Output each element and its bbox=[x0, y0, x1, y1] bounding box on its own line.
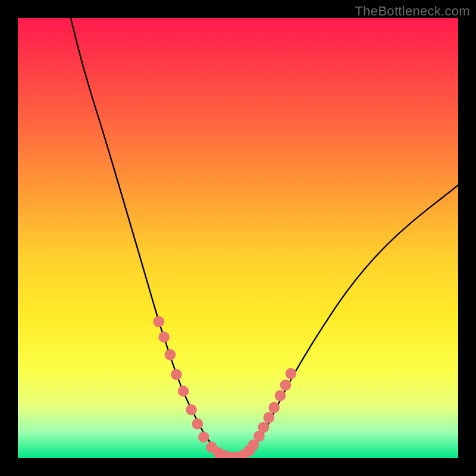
curve-marker-dot bbox=[165, 349, 176, 361]
curve-marker-dot bbox=[286, 368, 297, 380]
chart-plot-area bbox=[18, 18, 458, 458]
curve-marker-dot bbox=[154, 316, 165, 327]
curve-marker-dot bbox=[198, 431, 209, 443]
curve-marker-dot bbox=[280, 380, 292, 391]
watermark-text: TheBottleneck.com bbox=[355, 4, 470, 19]
bottleneck-curve-line bbox=[71, 18, 458, 458]
curve-marker-dot bbox=[264, 412, 275, 424]
curve-markers bbox=[154, 316, 297, 458]
curve-marker-dot bbox=[171, 369, 182, 380]
curve-marker-dot bbox=[158, 331, 170, 343]
curve-marker-dot bbox=[186, 404, 197, 415]
curve-marker-dot bbox=[192, 418, 203, 430]
curve-marker-dot bbox=[178, 386, 189, 397]
curve-marker-dot bbox=[275, 390, 286, 402]
curve-marker-dot bbox=[268, 402, 280, 414]
curve-marker-dot bbox=[258, 422, 270, 433]
curve-marker-dot bbox=[244, 444, 255, 456]
chart-svg bbox=[18, 18, 458, 458]
